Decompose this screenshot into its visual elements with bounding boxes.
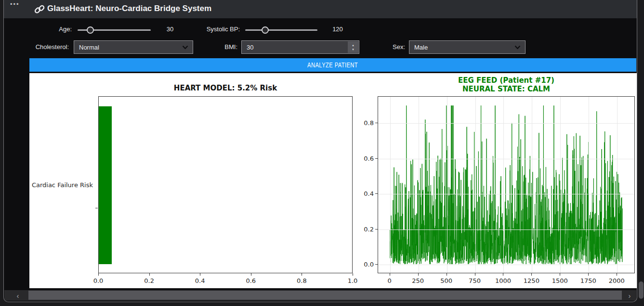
y-tick-mark bbox=[375, 193, 378, 194]
x-tick-mark bbox=[588, 273, 589, 276]
x-tick-mark bbox=[475, 273, 475, 276]
x-tick-label: 2000 bbox=[602, 277, 631, 284]
y-tick-mark bbox=[375, 264, 378, 265]
risk-bar-category-label: Cardiac Failure Risk bbox=[29, 181, 93, 189]
gridline-horizontal bbox=[378, 265, 634, 265]
heart-model-title: HEART MODEL: 5.2% Risk bbox=[98, 84, 353, 92]
x-tick-label: 1500 bbox=[545, 277, 574, 284]
cholesterol-dropdown[interactable]: Normal bbox=[74, 40, 193, 54]
analyze-patient-label: ANALYZE PATIENT bbox=[308, 61, 358, 69]
link-icon bbox=[34, 4, 45, 16]
x-tick-mark bbox=[200, 273, 200, 276]
x-tick-label: 1750 bbox=[574, 277, 603, 284]
bmi-label: BMI: bbox=[199, 40, 237, 54]
gridline-horizontal bbox=[378, 230, 634, 230]
x-tick-label: 1250 bbox=[517, 277, 546, 284]
eeg-feed-title: EEG FEED (Patient #17) bbox=[378, 76, 635, 85]
sex-dropdown[interactable]: Male bbox=[409, 40, 526, 54]
y-tick-label: 0.8 bbox=[347, 119, 374, 127]
x-tick-mark bbox=[617, 273, 617, 276]
age-label: Age: bbox=[33, 23, 72, 36]
gridline-horizontal bbox=[378, 123, 634, 124]
risk-bar-axes bbox=[98, 96, 353, 273]
risk-bar bbox=[99, 106, 112, 264]
x-tick-label: 0.0 bbox=[84, 277, 113, 284]
horizontal-scrollbar-thumb[interactable] bbox=[28, 291, 622, 300]
stepper-up-icon[interactable]: ▴ bbox=[352, 43, 354, 47]
chevron-down-icon bbox=[182, 45, 188, 50]
x-tick-label: 500 bbox=[432, 277, 461, 284]
x-tick-label: 0.8 bbox=[287, 277, 316, 284]
notebook-output-frame: ••• GlassHeart: Neuro-Cardiac Bridge Sys… bbox=[3, 0, 637, 302]
scroll-right-icon[interactable]: › bbox=[623, 290, 636, 301]
x-tick-label: 1000 bbox=[488, 277, 517, 284]
x-tick-mark bbox=[149, 273, 150, 276]
x-tick-mark bbox=[560, 273, 560, 276]
vertical-scrollbar-thumb[interactable] bbox=[639, 281, 644, 299]
chevron-down-icon bbox=[514, 45, 521, 50]
bmi-stepper[interactable]: ▴ ▾ bbox=[348, 41, 358, 53]
systolic-bp-value: 120 bbox=[323, 23, 352, 36]
x-tick-label: 250 bbox=[404, 277, 433, 284]
x-tick-mark bbox=[531, 273, 532, 276]
charts-panel: HEART MODEL: 5.2% Risk Cardiac Failure R… bbox=[29, 73, 637, 288]
gridline-horizontal bbox=[378, 194, 634, 194]
y-tick-label: 0.4 bbox=[347, 190, 374, 197]
x-tick-mark bbox=[353, 273, 353, 276]
eeg-axes bbox=[378, 96, 635, 273]
scroll-left-icon[interactable]: ‹ bbox=[8, 290, 27, 301]
x-tick-label: 0 bbox=[375, 277, 404, 284]
cholesterol-selected-value: Normal bbox=[79, 44, 99, 51]
sex-label: Sex: bbox=[371, 40, 405, 54]
app-window: { "header": { "title": "GlassHeart: Neur… bbox=[0, 0, 644, 306]
x-tick-label: 0.2 bbox=[135, 277, 164, 284]
y-tick-mark bbox=[375, 229, 378, 230]
systolic-bp-slider-thumb[interactable] bbox=[262, 26, 269, 34]
stepper-down-icon[interactable]: ▾ bbox=[352, 47, 354, 51]
y-tick-mark bbox=[95, 208, 98, 208]
bmi-field[interactable] bbox=[242, 41, 359, 53]
neural-state-subtitle: NEURAL STATE: CALM bbox=[378, 85, 635, 93]
systolic-bp-slider[interactable] bbox=[245, 23, 317, 37]
y-tick-label: 0.0 bbox=[347, 261, 374, 268]
x-tick-mark bbox=[503, 273, 503, 276]
x-tick-mark bbox=[302, 273, 302, 276]
age-slider-thumb[interactable] bbox=[87, 26, 94, 34]
x-tick-mark bbox=[447, 273, 447, 276]
gridline-horizontal bbox=[378, 159, 634, 159]
cholesterol-label: Cholesterol: bbox=[21, 40, 69, 54]
y-tick-mark bbox=[375, 123, 378, 123]
x-tick-label: 0.4 bbox=[185, 277, 214, 284]
age-slider[interactable] bbox=[78, 23, 151, 37]
overflow-menu-icon[interactable]: ••• bbox=[10, 0, 20, 8]
systolic-bp-label: Systolic BP: bbox=[192, 23, 240, 36]
page-title: GlassHeart: Neuro-Cardiac Bridge System bbox=[47, 4, 211, 13]
x-tick-label: 750 bbox=[460, 277, 489, 284]
app-header: ••• GlassHeart: Neuro-Cardiac Bridge Sys… bbox=[4, 0, 637, 18]
y-tick-label: 0.6 bbox=[347, 155, 374, 162]
systolic-bp-slider-track[interactable] bbox=[245, 29, 317, 31]
bmi-field-wrap: ▴ ▾ bbox=[241, 40, 359, 54]
horizontal-scrollbar[interactable]: ‹ › bbox=[4, 290, 636, 301]
y-tick-mark bbox=[375, 158, 378, 159]
x-tick-mark bbox=[251, 273, 251, 276]
x-tick-label: 1.0 bbox=[338, 277, 367, 284]
x-tick-label: 0.6 bbox=[237, 277, 265, 284]
x-tick-mark bbox=[390, 273, 390, 276]
y-tick-label: 0.2 bbox=[347, 226, 374, 233]
x-tick-mark bbox=[98, 273, 99, 276]
x-tick-mark bbox=[418, 273, 419, 276]
sex-selected-value: Male bbox=[414, 44, 428, 51]
analyze-patient-button[interactable]: ANALYZE PATIENT bbox=[29, 58, 636, 72]
age-value: 30 bbox=[158, 23, 182, 36]
